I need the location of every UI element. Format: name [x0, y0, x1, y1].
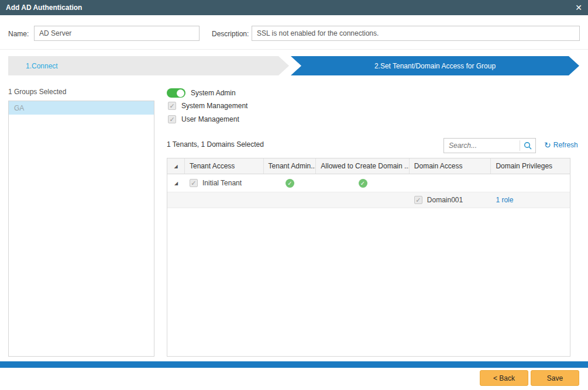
refresh-label: Refresh — [553, 141, 578, 149]
toggle-knob-icon — [177, 89, 184, 97]
tenant-checkbox[interactable]: ✓ — [190, 179, 198, 187]
tenant-admin-cell: ✓ — [264, 179, 317, 188]
domain-name: Domain001 — [427, 196, 463, 204]
tenant-access-cell: ✓ Initial Tenant — [185, 179, 264, 187]
system-management-row: ✓ System Management — [168, 102, 247, 110]
system-admin-row: System Admin — [167, 88, 236, 98]
user-management-row: ✓ User Management — [168, 115, 239, 123]
table-row-domain: ✓ Domain001 1 role — [167, 192, 570, 208]
header-domain-privileges[interactable]: Domain Privileges — [491, 158, 570, 174]
groups-selected-header: 1 Groups Selected — [8, 88, 66, 96]
grid-header-row: ◢ Tenant Access Tenant Admin... Allowed … — [167, 158, 570, 174]
allowed-create-check-icon: ✓ — [359, 179, 367, 188]
search-box — [443, 138, 536, 153]
dialog-titlebar: Add AD Authentication ✕ — [0, 0, 588, 15]
save-button[interactable]: Save — [531, 370, 579, 386]
step-connect[interactable]: 1.Connect — [8, 56, 289, 75]
close-icon[interactable]: ✕ — [575, 4, 582, 12]
user-management-checkbox[interactable]: ✓ — [168, 115, 176, 123]
system-management-checkbox[interactable]: ✓ — [168, 102, 176, 110]
step-connect-label: 1.Connect — [26, 62, 58, 70]
form-divider — [0, 49, 588, 50]
name-input[interactable] — [34, 26, 200, 41]
step-set-tenant-domain-access[interactable]: 2.Set Tenant/Domain Access for Group — [291, 56, 579, 75]
tenant-admin-check-icon: ✓ — [286, 179, 294, 188]
search-input[interactable] — [444, 139, 520, 153]
collapse-all-icon[interactable]: ◢ — [167, 158, 185, 174]
group-list-item[interactable]: GA — [9, 101, 154, 115]
allowed-create-cell: ✓ — [316, 179, 410, 188]
role-count-link[interactable]: 1 role — [496, 196, 513, 204]
table-row-tenant: ◢ ✓ Initial Tenant ✓ ✓ — [167, 174, 570, 192]
header-domain-access[interactable]: Domain Access — [410, 158, 491, 174]
tenant-domain-grid: ◢ Tenant Access Tenant Admin... Allowed … — [167, 158, 570, 357]
back-button[interactable]: < Back — [480, 370, 528, 386]
search-icon[interactable] — [520, 141, 535, 150]
user-management-label: User Management — [181, 115, 239, 123]
header-tenant-admin[interactable]: Tenant Admin... — [264, 158, 317, 174]
refresh-button[interactable]: ↻ Refresh — [544, 141, 578, 149]
row-collapse-icon[interactable]: ◢ — [167, 181, 185, 186]
description-input[interactable] — [252, 26, 580, 41]
name-label: Name: — [8, 30, 29, 38]
header-tenant-access[interactable]: Tenant Access — [185, 158, 264, 174]
description-label: Description: — [212, 30, 249, 38]
step-set-tenant-domain-access-label: 2.Set Tenant/Domain Access for Group — [374, 62, 496, 70]
system-admin-label: System Admin — [191, 89, 236, 97]
footer-accent-bar — [0, 361, 588, 368]
group-name: GA — [14, 104, 24, 112]
tenant-name: Initial Tenant — [202, 179, 242, 187]
domain-checkbox[interactable]: ✓ — [414, 196, 422, 204]
system-admin-toggle[interactable] — [167, 88, 185, 98]
groups-list: GA — [8, 101, 154, 357]
dialog-title: Add AD Authentication — [6, 4, 82, 12]
domain-access-cell: ✓ Domain001 — [410, 196, 491, 204]
domain-privileges-cell: 1 role — [491, 196, 570, 204]
tenants-domains-summary: 1 Tenants, 1 Domains Selected — [167, 140, 264, 149]
header-allowed-create-domain[interactable]: Allowed to Create Domain ... — [316, 158, 410, 174]
refresh-icon: ↻ — [544, 141, 551, 149]
system-management-label: System Management — [181, 102, 247, 110]
